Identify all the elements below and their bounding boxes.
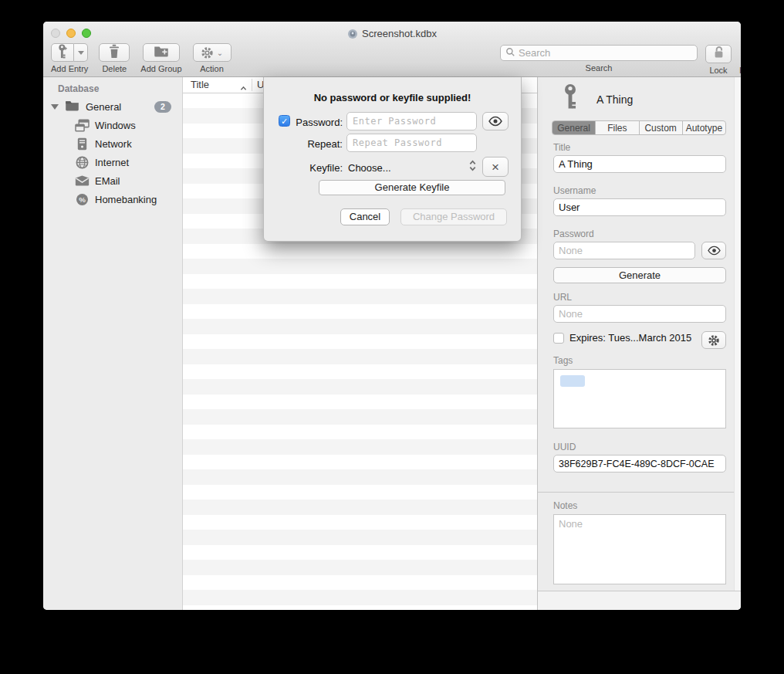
- key-plus-icon[interactable]: [51, 43, 74, 62]
- column-header-title[interactable]: Title: [191, 79, 209, 90]
- globe-icon: [74, 156, 90, 169]
- username-label: Username: [553, 185, 596, 196]
- document-icon: [347, 29, 358, 42]
- password-field[interactable]: [553, 242, 695, 259]
- inspector-footer: [538, 591, 741, 610]
- generate-keyfile-button[interactable]: Generate Keyfile: [319, 180, 505, 195]
- clear-keyfile-button[interactable]: ×: [482, 157, 509, 177]
- tab-custom[interactable]: Custom: [640, 121, 683, 134]
- sheet-message: No password or keyfile supplied!: [264, 92, 521, 103]
- tab-files[interactable]: Files: [596, 121, 639, 134]
- chevron-down-icon: [78, 51, 84, 55]
- entry-count-badge: 2: [154, 101, 171, 113]
- keyfile-popup[interactable]: Choose...: [348, 162, 391, 174]
- folder-icon: [65, 100, 79, 114]
- disclosure-triangle-icon[interactable]: [51, 104, 59, 110]
- entry-title: A Thing: [596, 93, 633, 106]
- search-field[interactable]: [500, 45, 698, 61]
- gear-icon: [708, 334, 720, 347]
- add-entry-dropdown[interactable]: [74, 43, 88, 62]
- search-icon: [505, 46, 515, 60]
- add-group-button[interactable]: Add Group: [140, 43, 181, 73]
- close-x-icon: ×: [492, 161, 499, 174]
- eye-icon: [488, 116, 503, 127]
- cancel-button[interactable]: Cancel: [340, 208, 390, 225]
- url-field[interactable]: [553, 305, 726, 323]
- tags-field[interactable]: [553, 369, 726, 428]
- server-icon: [74, 137, 90, 151]
- dialog-reveal-password-button[interactable]: [482, 112, 509, 130]
- dialog-password-input[interactable]: [346, 112, 477, 130]
- dialog-password-label: Password:: [278, 117, 343, 128]
- folder-plus-icon: [154, 45, 169, 60]
- svg-text:%: %: [79, 195, 86, 203]
- inspector-panel: A Thing General Files Custom Autotype Ti…: [537, 77, 741, 610]
- lock-button[interactable]: Lock: [705, 45, 732, 75]
- sort-ascending-icon: [240, 82, 247, 93]
- dialog-repeat-label: Repeat:: [278, 138, 343, 150]
- title-label: Title: [553, 142, 570, 153]
- sidebar-item-general[interactable]: General 2: [43, 97, 182, 116]
- trash-icon: [108, 44, 120, 62]
- tab-general[interactable]: General: [553, 121, 596, 134]
- dialog-repeat-input[interactable]: [346, 134, 477, 152]
- delete-button[interactable]: Delete: [99, 43, 130, 73]
- column-divider[interactable]: [252, 79, 252, 91]
- percent-icon: %: [74, 193, 90, 206]
- lock-icon: [713, 46, 725, 63]
- notes-label: Notes: [553, 500, 577, 511]
- search-area: Search: [500, 45, 698, 73]
- change-password-sheet: No password or keyfile supplied! ✓ Passw…: [263, 77, 522, 242]
- generate-password-button[interactable]: Generate: [553, 267, 726, 283]
- sidebar-item-network[interactable]: Network: [43, 134, 182, 153]
- gear-icon: [201, 46, 214, 59]
- inspector-tabs: General Files Custom Autotype: [552, 120, 726, 135]
- sidebar-item-internet[interactable]: Internet: [43, 153, 182, 171]
- envelope-icon: [74, 175, 90, 186]
- notes-field[interactable]: [553, 514, 726, 584]
- windows-icon: [74, 119, 90, 132]
- chevron-down-icon: ⌄: [217, 49, 223, 57]
- username-field[interactable]: [553, 198, 726, 216]
- window-title: Screenshot.kdbx: [43, 28, 741, 42]
- action-button[interactable]: ⌄ Action: [193, 43, 231, 73]
- stepper-icon[interactable]: [468, 159, 477, 175]
- tag-pill[interactable]: [560, 375, 585, 387]
- expires-settings-button[interactable]: [701, 331, 726, 349]
- sidebar-item-homebanking[interactable]: % Homebanking: [43, 190, 182, 208]
- sidebar-item-windows[interactable]: Windows: [43, 116, 182, 134]
- password-label: Password: [553, 229, 594, 239]
- inspector-scrollbar[interactable]: [734, 77, 741, 591]
- tab-autotype[interactable]: Autotype: [683, 121, 725, 134]
- url-label: URL: [553, 292, 572, 303]
- title-field[interactable]: [553, 155, 726, 173]
- inspector-button[interactable]: i Inspector: [739, 45, 741, 75]
- uuid-field[interactable]: [553, 455, 726, 472]
- reveal-password-button[interactable]: [701, 242, 726, 259]
- sidebar-item-email[interactable]: EMail: [43, 171, 182, 190]
- eye-icon: [707, 246, 721, 256]
- expires-checkbox[interactable]: [553, 333, 564, 344]
- uuid-label: UUID: [553, 442, 576, 452]
- dialog-keyfile-label: Keyfile:: [278, 162, 343, 174]
- search-input[interactable]: [519, 47, 692, 59]
- tags-label: Tags: [553, 355, 573, 366]
- sidebar: Database General 2 Windows Network: [43, 77, 183, 610]
- app-window: Screenshot.kdbx Add Entry Del: [43, 22, 741, 610]
- expires-label: Expires: Tues...March 2015: [569, 332, 691, 344]
- add-entry-button[interactable]: Add Entry: [51, 43, 88, 73]
- change-password-button[interactable]: Change Password: [400, 208, 507, 225]
- sidebar-section-header: Database: [58, 83, 99, 94]
- window-chrome: Screenshot.kdbx Add Entry Del: [43, 22, 741, 77]
- key-icon: [563, 83, 578, 115]
